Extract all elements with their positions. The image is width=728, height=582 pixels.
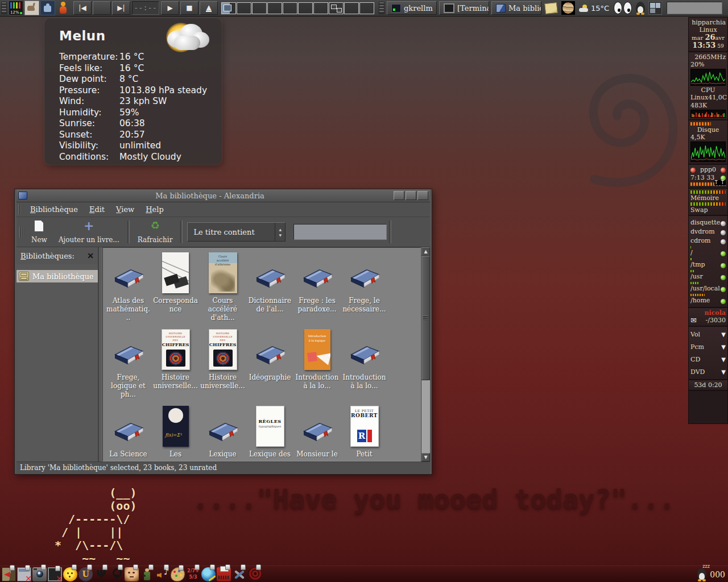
close-button[interactable]	[417, 191, 428, 200]
scroll-up-button[interactable]: ▲	[421, 247, 430, 256]
workspace-cell[interactable]	[298, 2, 313, 14]
panel-grip[interactable]	[379, 2, 384, 14]
fs-mount-row[interactable]: /usr	[690, 270, 726, 280]
fs-mount-row[interactable]: /usr/local	[690, 282, 726, 292]
menu-help[interactable]: Help	[140, 205, 169, 214]
book-item[interactable]: Frege : les paradoxe...	[293, 251, 341, 328]
quake3-icon[interactable]	[94, 567, 108, 581]
search-input[interactable]	[667, 2, 722, 14]
scroll-down-button[interactable]: ▼	[421, 453, 430, 462]
refresh-button[interactable]: ♻ Rafraichir	[132, 219, 179, 244]
workspace-cell[interactable]	[252, 2, 267, 14]
scrollbar-thumb[interactable]	[421, 256, 430, 380]
typewriter-icon[interactable]	[217, 567, 231, 581]
workspace-cell[interactable]	[237, 2, 251, 14]
library-item[interactable]: Ma bibliothèque	[16, 270, 98, 282]
spinner-arrows-icon[interactable]: ▲▼	[275, 223, 285, 241]
web-globe-icon[interactable]	[201, 567, 216, 581]
book-item[interactable]: Les	[152, 405, 199, 462]
book-item[interactable]: HISTOIREUNIVERSELLEDESCHIFFRESHistoire u…	[199, 328, 246, 405]
eyes-applet[interactable]	[614, 2, 632, 14]
kill-window-icon[interactable]	[17, 567, 31, 581]
workspace-cell[interactable]	[283, 2, 297, 14]
screen-off-icon[interactable]	[48, 567, 62, 581]
tux-penguin-icon[interactable]	[636, 2, 645, 14]
book-item[interactable]: Coursaccéléréd'athéismeCours accéléré d'…	[199, 251, 246, 328]
prev-track-button[interactable]: |◀	[73, 1, 92, 15]
mixer-arrow-icon[interactable]: ▼	[721, 356, 726, 363]
workspace-cell[interactable]	[344, 2, 359, 14]
book-item[interactable]: Introductionà la logiqueIntroduction à l…	[293, 328, 341, 405]
task-button-gkrellm[interactable]: gkrellm	[387, 1, 437, 15]
workspace-cell[interactable]	[359, 2, 374, 14]
mixer-arrow-icon[interactable]: ▼	[721, 369, 726, 375]
gkrellm-host-panel[interactable]: hipparchia Linux mar 26avr 13:5359	[689, 18, 727, 52]
blank-button[interactable]	[93, 1, 111, 15]
mixer-arrow-icon[interactable]: ▼	[721, 344, 726, 350]
toolbar-grip[interactable]	[19, 227, 24, 238]
tools-icon[interactable]	[232, 567, 246, 581]
add-book-button[interactable]: + Ajouter un livre...	[53, 219, 125, 244]
workspace-cell[interactable]	[313, 2, 328, 14]
workspace-cell[interactable]	[329, 2, 344, 14]
mixer-vol[interactable]: Vol▼	[690, 328, 726, 340]
gkrellm-net-panel[interactable]: ppp0 7:13 33 T T	[689, 165, 727, 189]
pane-splitter[interactable]	[98, 247, 102, 462]
book-item[interactable]: RÈGLEStypographiquesLexique des	[246, 405, 293, 462]
book-item[interactable]: Frege, le nécessaire...	[341, 251, 388, 328]
book-item[interactable]: Idéographie	[246, 328, 293, 405]
filter-dropdown[interactable]: Le titre contient ▲▼	[187, 222, 286, 242]
scrollbar-track[interactable]	[421, 256, 430, 453]
book-item[interactable]: La Science	[105, 405, 152, 462]
workspace-cell[interactable]	[267, 2, 282, 14]
puzzle-icon[interactable]	[40, 1, 55, 15]
gkrellm-mem-panel[interactable]: Mémoire Swap	[689, 189, 727, 216]
fs-mount-row[interactable]: /	[690, 246, 726, 256]
cpu-monitor-applet[interactable]: 12%	[9, 1, 23, 15]
debian-spiral-icon[interactable]	[247, 567, 262, 581]
doom-marine-icon[interactable]	[140, 567, 154, 581]
mixer-cd[interactable]: CD▼	[690, 353, 726, 365]
math-fractions-icon[interactable]: 2/7+5/3	[186, 567, 200, 581]
menubar-grip[interactable]	[18, 204, 23, 215]
figure-icon[interactable]	[56, 1, 70, 15]
shade-button[interactable]	[394, 191, 404, 200]
sound-mixer-icon[interactable]	[155, 567, 169, 581]
maximize-button[interactable]	[406, 191, 416, 200]
play-button[interactable]: ▶	[161, 1, 179, 15]
book-item[interactable]: Atlas des mathématiq...	[105, 251, 152, 328]
camera-icon[interactable]	[32, 567, 47, 581]
fs-mount-row[interactable]: disquette	[690, 219, 726, 226]
jupiter-planet-icon[interactable]	[561, 1, 575, 15]
book-item[interactable]: Lexique	[199, 405, 246, 462]
book-item[interactable]: LE PETITROBERTPetit	[341, 405, 388, 462]
gkrellm-mail-panel[interactable]: nicola ✉ -/3030	[689, 308, 727, 327]
book-item[interactable]: Correspondance	[152, 251, 199, 328]
menu-edit[interactable]: Edit	[84, 205, 110, 214]
weather-applet[interactable]: 15°C	[579, 4, 609, 13]
fs-mount-row[interactable]: /home	[690, 294, 726, 304]
workspace-cell[interactable]	[221, 2, 236, 14]
mixer-dvd[interactable]: DVD▼	[690, 365, 726, 378]
eject-button[interactable]: ▲	[200, 1, 218, 15]
menu-view[interactable]: View	[110, 205, 140, 214]
fs-mount-row[interactable]: dvdrom	[690, 228, 726, 235]
doom-face-icon[interactable]	[125, 567, 139, 581]
menu-bibliothque[interactable]: Bibliothèque	[24, 205, 84, 214]
book-item[interactable]: Monsieur le	[293, 405, 341, 462]
serious-sam-icon[interactable]	[63, 567, 77, 581]
book-item[interactable]: HISTOIREUNIVERSELLEDESCHIFFRESHistoire u…	[152, 328, 199, 405]
panel-grip[interactable]	[1, 2, 7, 14]
new-library-button[interactable]: New	[26, 219, 53, 244]
gimp-palette-icon[interactable]	[171, 567, 185, 581]
gkrellm-disk-panel[interactable]: Disque 4,5K	[689, 120, 727, 165]
mixer-pcm[interactable]: Pcm▼	[690, 340, 726, 353]
close-sidebar-icon[interactable]: ✕	[87, 251, 94, 260]
book-item[interactable]: Frege, logique et ph...	[105, 328, 152, 405]
book-item[interactable]: Introduction à la lo...	[341, 328, 388, 405]
sleeping-penguin-icon[interactable]: zzz	[697, 568, 706, 581]
task-button-terminal[interactable]: [Terminal]	[439, 1, 489, 15]
fs-mount-row[interactable]: /tmp	[690, 258, 726, 268]
sticky-note-icon[interactable]	[544, 2, 558, 14]
donkey-icon[interactable]	[24, 1, 39, 15]
